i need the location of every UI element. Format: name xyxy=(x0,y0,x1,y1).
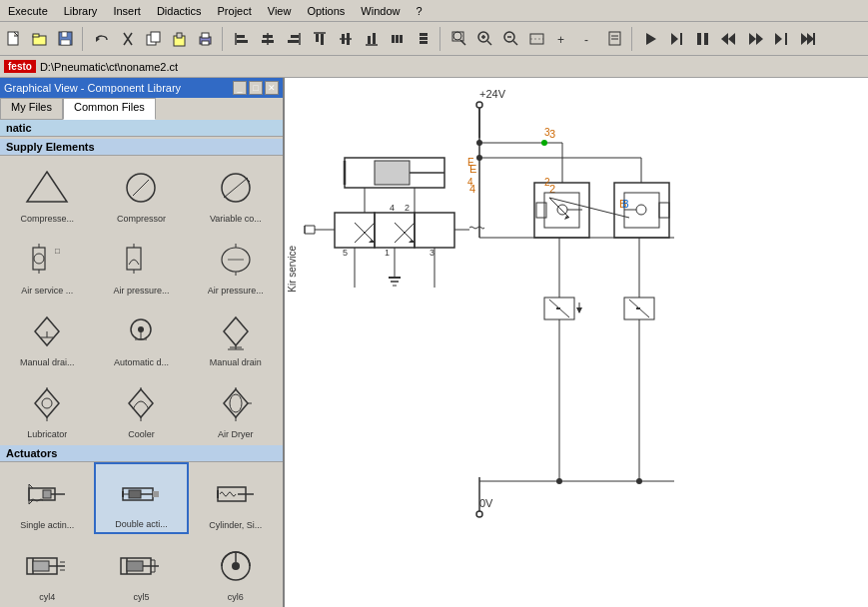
tab-my-files[interactable]: My Files xyxy=(0,98,63,120)
list-item[interactable]: □ Air service ... xyxy=(0,228,94,300)
list-item[interactable]: cyl6 xyxy=(189,534,283,606)
menu-execute[interactable]: Execute xyxy=(0,3,56,19)
list-item[interactable]: Cylinder, Si... xyxy=(189,462,283,534)
library-scroll[interactable]: Supply Elements Compresse... Compressor xyxy=(0,137,283,607)
svg-rect-181 xyxy=(659,203,669,218)
svg-line-74 xyxy=(133,180,149,196)
print-button[interactable] xyxy=(194,27,218,51)
menu-window[interactable]: Window xyxy=(353,3,408,19)
list-item[interactable]: Variable co... xyxy=(189,156,283,228)
play-button[interactable] xyxy=(639,27,663,51)
svg-point-175 xyxy=(557,205,567,215)
menu-help[interactable]: ? xyxy=(408,3,430,19)
valve-port1: 1 xyxy=(385,248,390,258)
distribute-h-button[interactable] xyxy=(386,27,410,51)
list-item[interactable]: Air pressure... xyxy=(94,228,188,300)
fast-forward-button[interactable] xyxy=(795,27,819,51)
menu-didactics[interactable]: Didactics xyxy=(149,3,210,19)
menu-view[interactable]: View xyxy=(260,3,300,19)
air-dryer-icon xyxy=(192,376,280,429)
align-left-button[interactable] xyxy=(230,27,254,51)
svg-rect-35 xyxy=(396,35,399,43)
svg-marker-70 xyxy=(807,33,814,45)
list-item[interactable]: Single actin... xyxy=(0,462,94,534)
menu-options[interactable]: Options xyxy=(299,3,353,19)
svg-rect-4 xyxy=(62,32,67,37)
library-title: Graphical View - Component Library xyxy=(4,82,181,94)
align-center-button[interactable] xyxy=(256,27,280,51)
canvas-area[interactable]: +24V 0V 3 E 4 2 B xyxy=(285,78,868,607)
menu-library[interactable]: Library xyxy=(56,3,106,19)
list-item[interactable]: Compresse... xyxy=(0,156,94,228)
supply-elements-header: Supply Elements xyxy=(0,139,283,156)
svg-rect-18 xyxy=(237,40,248,43)
undo-button[interactable] xyxy=(90,27,114,51)
item-label: Variable co... xyxy=(210,214,262,225)
zoom-page-button[interactable] xyxy=(603,27,627,51)
label-2-orange: 2 xyxy=(544,177,550,188)
open-button[interactable] xyxy=(28,27,52,51)
align-top-button[interactable] xyxy=(308,27,332,51)
sep2 xyxy=(222,27,226,51)
menu-insert[interactable]: Insert xyxy=(105,3,149,19)
svg-rect-12 xyxy=(177,33,182,38)
cut-button[interactable] xyxy=(116,27,140,51)
new-button[interactable] xyxy=(2,27,26,51)
list-item[interactable]: cyl5 xyxy=(94,534,188,606)
svg-marker-57 xyxy=(646,33,656,45)
minimize-button[interactable]: _ xyxy=(233,81,247,95)
distribute-v-button[interactable] xyxy=(412,27,435,51)
step-button[interactable] xyxy=(665,27,689,51)
paste-button[interactable] xyxy=(168,27,192,51)
svg-marker-65 xyxy=(749,33,756,45)
component-library: Graphical View - Component Library _ □ ✕… xyxy=(0,78,285,607)
list-item[interactable]: Manual drai... xyxy=(0,300,94,371)
list-item[interactable]: Manual drain xyxy=(189,300,283,371)
item-label: Air service ... xyxy=(21,286,73,297)
air-service-icon: □ xyxy=(3,233,91,286)
item-label: Air pressure... xyxy=(208,286,264,297)
list-item[interactable]: Compressor xyxy=(94,156,188,228)
align-right-button[interactable] xyxy=(282,27,306,51)
item-label: Single actin... xyxy=(20,520,74,531)
zoom-out-button[interactable] xyxy=(499,27,523,51)
menu-project[interactable]: Project xyxy=(210,3,260,19)
list-item[interactable]: Lubricator xyxy=(0,371,94,443)
cyl5-icon xyxy=(97,539,185,592)
library-titlebar: Graphical View - Component Library _ □ ✕ xyxy=(0,78,283,98)
cyl6-icon xyxy=(192,539,280,592)
rewind-button[interactable] xyxy=(717,27,741,51)
svg-rect-10 xyxy=(151,32,160,42)
svg-rect-21 xyxy=(262,40,274,43)
list-item[interactable]: Automatic d... xyxy=(94,300,188,371)
actuators-grid: Single actin... Double a xyxy=(0,462,283,606)
close-button[interactable]: ✕ xyxy=(265,81,279,95)
skip-end-button[interactable] xyxy=(769,27,793,51)
pause-button[interactable] xyxy=(691,27,715,51)
svg-marker-67 xyxy=(775,33,782,45)
list-item[interactable]: Cooler xyxy=(94,371,188,443)
svg-rect-38 xyxy=(420,37,428,40)
maximize-button[interactable]: □ xyxy=(249,81,263,95)
menubar: Execute Library Insert Didactics Project… xyxy=(0,0,868,22)
zoom-out2-button[interactable]: - xyxy=(577,27,601,51)
align-bottom-button[interactable] xyxy=(360,27,384,51)
svg-marker-97 xyxy=(224,317,248,345)
list-item[interactable]: cyl4 xyxy=(0,534,94,606)
save-button[interactable] xyxy=(54,27,78,51)
tab-common-files[interactable]: Common Files xyxy=(63,98,156,120)
list-item[interactable]: Double acti... xyxy=(94,462,188,534)
zoom-window-button[interactable] xyxy=(447,27,471,51)
svg-rect-5 xyxy=(61,40,70,45)
zoom-in-button[interactable] xyxy=(473,27,497,51)
align-middle-button[interactable] xyxy=(334,27,358,51)
zoom-in2-button[interactable]: + xyxy=(551,27,575,51)
svg-marker-196 xyxy=(576,307,582,313)
list-item[interactable]: Air Dryer xyxy=(189,371,283,443)
copy-button[interactable] xyxy=(142,27,166,51)
main-layout: Graphical View - Component Library _ □ ✕… xyxy=(0,78,868,607)
zoom-fit-button[interactable] xyxy=(525,27,549,51)
list-item[interactable]: Air pressure... xyxy=(189,228,283,300)
manual-drain2-icon xyxy=(192,304,280,357)
forward-button[interactable] xyxy=(743,27,767,51)
